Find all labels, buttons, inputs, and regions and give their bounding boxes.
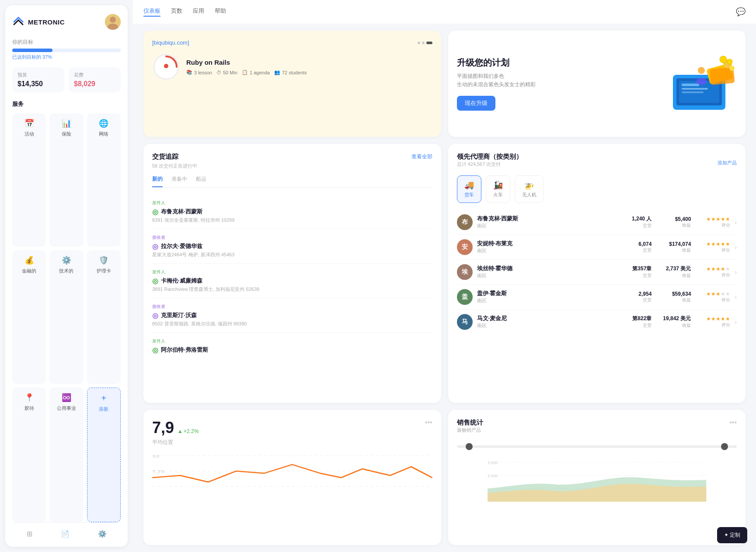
topnav: 仪表板 页数 应用 帮助 💬 (133, 0, 756, 24)
topnav-help[interactable]: 帮助 (215, 7, 226, 17)
agent-arrow-1[interactable]: › (735, 219, 737, 226)
upgrade-button[interactable]: 现在升级 (457, 96, 495, 111)
service-add[interactable]: +添新 (87, 388, 121, 522)
agent-row-5: 马 马文·麦金尼 南区 第822章 交货 19,842 美元 收益 ★★★★★ … (457, 310, 737, 334)
upgrade-card: 升级您的计划 平面描图和我们多色 生动的未混合紫色头发女士的精彩 现在升级 (448, 31, 746, 137)
sales-sub: 最畅销产品 (457, 427, 483, 433)
receiver-name-2: ◎ 克里斯汀·沃森 (152, 311, 432, 320)
service-utility[interactable]: ♾️公用事业 (49, 388, 83, 522)
svg-point-17 (698, 67, 705, 74)
service-tech[interactable]: ⚙️技术的 (49, 250, 83, 384)
agent-card: 领先代理商（按类别） 总计 424,567 次交付 添加产品 🚚 货车 🚂 火车… (448, 144, 746, 403)
layers-icon[interactable]: ⊞ (27, 530, 32, 538)
svg-text:3,000: 3,000 (488, 461, 498, 465)
stats-more-icon[interactable]: ••• (425, 419, 432, 426)
course-url-row: [biqubiqu.com] (152, 39, 432, 46)
agent-rating-3: ★★★★★ 评分 (695, 266, 730, 278)
agent-info-1: 布鲁克林·西蒙斯 南区 (477, 215, 617, 229)
logo: METRONIC (12, 16, 65, 28)
add-product-button[interactable]: 添加产品 (718, 160, 737, 166)
utility-icon: ♾️ (62, 393, 71, 402)
service-name-add: 添新 (99, 406, 108, 412)
topnav-apps[interactable]: 应用 (193, 7, 204, 17)
hospitality-icon: 📍 (24, 393, 34, 402)
agent-revenue-2: $174,074 收益 (656, 241, 691, 253)
services-label: 服务 (12, 100, 121, 108)
service-finance[interactable]: 💰金融的 (12, 250, 46, 384)
agent-tab-train[interactable]: 🚂 火车 (486, 175, 510, 203)
course-details: Ruby on Rails 📚 3 lesson ⏱ 50 Min 📋 1 (186, 59, 432, 75)
agent-row-1: 布 布鲁克林·西蒙斯 南区 1,240 人 交货 $5,400 收益 ★★★★★… (457, 210, 737, 235)
service-insurance[interactable]: 📊保险 (49, 113, 83, 247)
service-network[interactable]: 🌐网络 (87, 113, 121, 247)
agent-arrow-3[interactable]: › (735, 269, 737, 276)
receiver-addr-2: 8502 普雷斯顿路, 英格尔伍德, 缅因州 98380 (152, 321, 432, 327)
settings-icon[interactable]: ⚙️ (98, 530, 107, 538)
file-icon[interactable]: 📄 (61, 530, 70, 538)
tech-icon: ⚙️ (62, 255, 71, 265)
sender-icon-1: ◎ (152, 208, 158, 216)
course-lessons: 📚 3 lesson (186, 70, 212, 75)
agent-row-2: 安 安妮特·布莱克 南区 6,074 交货 $174,074 收益 ★★★★★ … (457, 235, 737, 260)
sales-chart-svg: 3,000 2,500 (457, 458, 737, 502)
agent-avatar-5: 马 (457, 314, 473, 330)
agent-arrow-5[interactable]: › (735, 318, 737, 325)
course-logo-container (152, 53, 180, 81)
agent-arrow-4[interactable]: › (735, 293, 737, 300)
sales-range-slider[interactable] (457, 442, 737, 451)
avatar[interactable] (105, 14, 121, 30)
tab-preparing[interactable]: 准备中 (171, 175, 187, 187)
service-activity[interactable]: 📅活动 (12, 113, 46, 247)
agent-row-3: 埃 埃丝特·霍华德 南区 第357章 交货 2,737 美元 收益 ★★★★★ … (457, 260, 737, 285)
avatar-image (105, 14, 121, 30)
service-name-network: 网络 (99, 131, 108, 137)
sales-more-icon[interactable]: ••• (729, 419, 737, 426)
tab-new[interactable]: 新的 (152, 175, 163, 187)
svg-point-16 (727, 59, 732, 64)
delivery-item-1: 发件人 ◎ 布鲁克林·西蒙斯 6391 埃尔全圣塞莱斯, 特拉华州 10299 (152, 195, 432, 229)
sidebar-footer: ⊞ 📄 ⚙️ (12, 522, 121, 538)
sender-addr-1: 6391 埃尔全圣塞莱斯, 特拉华州 10299 (152, 217, 432, 224)
receiver-addr-1: 星家大道2464号 梅萨, 新泽西州 45463 (152, 252, 432, 258)
agent-tab-drone[interactable]: 🚁 无人机 (515, 175, 544, 203)
agent-metric-1: 1,240 人 交货 (621, 215, 651, 229)
topnav-links: 仪表板 页数 应用 帮助 (143, 7, 226, 17)
agent-tab-truck[interactable]: 🚚 货车 (457, 175, 481, 203)
agent-arrow-2[interactable]: › (735, 244, 737, 251)
agent-name-2: 安妮特·布莱克 (477, 240, 617, 248)
notification-icon[interactable]: 💬 (736, 7, 746, 17)
course-meta: 📚 3 lesson ⏱ 50 Min 📋 1 agenda 👥 (186, 70, 432, 75)
service-care[interactable]: 🛡️护理卡 (87, 250, 121, 384)
view-all-link[interactable]: 查看全部 (411, 153, 432, 161)
topnav-pages[interactable]: 页数 (171, 7, 182, 17)
course-logo-svg (152, 53, 180, 81)
agent-info-2: 安妮特·布莱克 南区 (477, 240, 617, 254)
customize-button[interactable]: ✦ 定制 (717, 527, 747, 543)
insurance-icon: 📊 (62, 119, 71, 128)
delivery-item-3: 发件人 ◎ 卡梅伦·威廉姆森 3891 Ranchview 理查森博士, 加利福… (152, 264, 432, 298)
agent-info-4: 盖伊·霍金斯 南区 (477, 290, 617, 304)
range-thumb-right[interactable] (721, 443, 728, 450)
agent-region-3: 南区 (477, 273, 617, 279)
topnav-dashboard[interactable]: 仪表板 (143, 7, 160, 17)
agent-metric-5: 第822章 交货 (621, 315, 651, 328)
agent-metric-4: 2,954 交货 (621, 291, 651, 303)
logo-text: METRONIC (28, 18, 65, 26)
receiver-icon-1: ◎ (152, 242, 158, 251)
range-thumb-left[interactable] (466, 443, 473, 450)
course-agenda: 📋 1 agenda (242, 70, 270, 75)
course-url[interactable]: [biqubiqu.com] (152, 39, 189, 46)
service-name-insurance: 保险 (62, 131, 71, 137)
expense-value: $8,029 (74, 80, 115, 88)
stats-chart-svg: 10 7.75 (152, 451, 432, 491)
receiver-name-1: ◎ 拉尔夫·爱德华兹 (152, 242, 432, 251)
service-hospitality[interactable]: 📍胶待 (12, 388, 46, 522)
svg-text:10: 10 (152, 454, 159, 458)
svg-point-4 (164, 64, 168, 68)
agent-sub: 总计 424,567 次交付 (457, 161, 523, 168)
logo-icon (12, 16, 24, 28)
stats-number: 7,9 (152, 419, 174, 437)
tab-shipping[interactable]: 船运 (196, 175, 206, 187)
agent-row-4: 盖 盖伊·霍金斯 南区 2,954 交货 $59,634 收益 ★★★★★ 评分 (457, 285, 737, 310)
delivery-item-4: 接收者 ◎ 克里斯汀·沃森 8502 普雷斯顿路, 英格尔伍德, 缅因州 983… (152, 298, 432, 333)
